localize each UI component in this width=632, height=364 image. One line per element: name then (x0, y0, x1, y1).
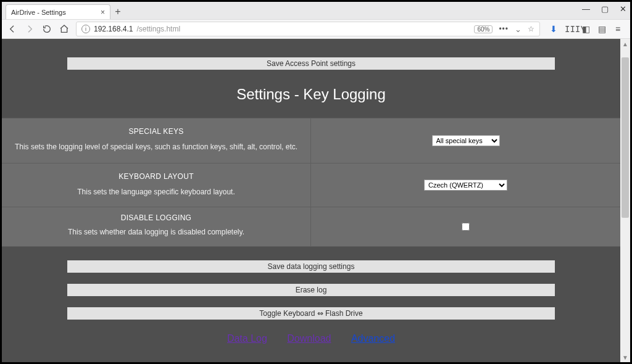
disable-header: DISABLE LOGGING (14, 213, 298, 222)
page-actions-icon[interactable]: ••• (499, 25, 509, 33)
layout-header: KEYBOARD LAYOUT (14, 172, 298, 181)
link-download[interactable]: Download (287, 333, 331, 344)
maximize-icon[interactable]: ▢ (601, 4, 609, 14)
address-bar[interactable]: i 192.168.4.1/settings.html 60% ••• ⌄ ☆ (76, 22, 540, 36)
close-tab-icon[interactable]: × (101, 8, 105, 17)
minimize-icon[interactable]: — (582, 4, 590, 14)
forward-button[interactable] (24, 23, 35, 35)
new-tab-button[interactable]: + (110, 4, 125, 19)
window-controls: — ▢ ✕ (582, 4, 626, 14)
row-special-keys: SPECIAL KEYS This sets the logging level… (2, 118, 620, 163)
zoom-level[interactable]: 60% (474, 25, 493, 33)
page-viewport: ▲ ▼ Save Access Point settings Settings … (2, 39, 630, 362)
row-keyboard-layout: KEYBOARD LAYOUT This sets the language s… (2, 163, 620, 207)
back-button[interactable] (7, 23, 18, 35)
menu-icon[interactable]: ≡ (613, 24, 623, 34)
page-title: Settings - Key Logging (2, 86, 620, 103)
sidebar-icon[interactable]: ◧ (581, 24, 591, 34)
special-keys-desc: This sets the logging level of special k… (14, 142, 298, 152)
tab-strip: AirDrive - Settings × + — ▢ ✕ (2, 2, 630, 19)
toolbar-right: ⬇ III\ ◧ ▤ ≡ (546, 24, 625, 34)
special-keys-select[interactable]: All special keys (432, 135, 500, 146)
nav-bar: i 192.168.4.1/settings.html 60% ••• ⌄ ☆ … (2, 19, 630, 39)
save-logging-button[interactable]: Save data logging settings (67, 260, 555, 273)
link-advanced[interactable]: Advanced (351, 333, 395, 344)
link-data-log[interactable]: Data Log (227, 333, 267, 344)
footer-links: Data Log Download Advanced (2, 333, 620, 344)
close-window-icon[interactable]: ✕ (620, 4, 626, 14)
reload-button[interactable] (41, 23, 52, 35)
pocket-icon[interactable]: ⌄ (515, 25, 522, 34)
scrollbar-thumb[interactable] (622, 57, 629, 218)
toggle-keyboard-button[interactable]: Toggle Keyboard ⇔ Flash Drive (67, 307, 555, 320)
library-icon[interactable]: III\ (565, 24, 575, 34)
browser-tab[interactable]: AirDrive - Settings × (6, 4, 110, 19)
disable-desc: This sets whether data logging is disabl… (14, 227, 298, 237)
tab-title: AirDrive - Settings (11, 9, 66, 16)
keyboard-layout-select[interactable]: Czech (QWERTZ) (424, 180, 507, 191)
row-disable-logging: DISABLE LOGGING This sets whether data l… (2, 207, 620, 246)
scroll-up-icon[interactable]: ▲ (620, 39, 630, 49)
home-button[interactable] (59, 23, 70, 35)
settings-table: SPECIAL KEYS This sets the logging level… (2, 118, 620, 247)
disable-logging-checkbox[interactable] (462, 223, 470, 231)
save-access-point-button[interactable]: Save Access Point settings (67, 57, 555, 70)
url-path: /settings.html (136, 25, 180, 33)
url-domain: 192.168.4.1 (94, 25, 133, 33)
reader-icon[interactable]: ▤ (597, 24, 607, 34)
site-info-icon[interactable]: i (81, 25, 90, 33)
scrollbar[interactable]: ▲ ▼ (620, 39, 630, 362)
layout-desc: This sets the language specific keyboard… (14, 187, 298, 197)
special-keys-header: SPECIAL KEYS (14, 127, 298, 136)
erase-log-button[interactable]: Erase log (67, 284, 555, 296)
scroll-down-icon[interactable]: ▼ (620, 352, 630, 362)
download-icon[interactable]: ⬇ (549, 24, 559, 34)
bookmark-icon[interactable]: ☆ (528, 25, 534, 33)
